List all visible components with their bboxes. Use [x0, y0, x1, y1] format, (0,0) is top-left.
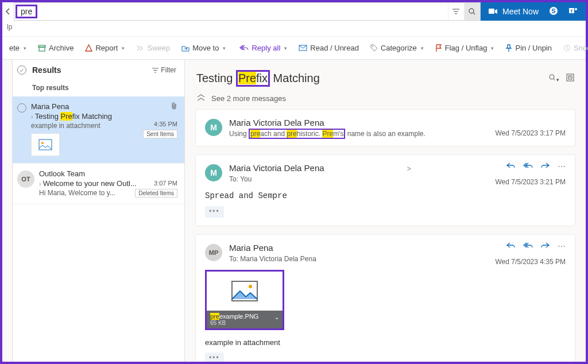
- card-sender: Maria Pena: [229, 243, 316, 253]
- attachment-name-rest: example.PNG: [219, 313, 258, 320]
- card-to-line: To: Maria Victoria Dela Pena: [229, 255, 316, 263]
- reading-title: Testing Prefix Matching: [196, 70, 548, 87]
- result-folder: Sent Items: [143, 130, 177, 138]
- top-results-label: Top results: [13, 79, 184, 96]
- sub-header-row: lp: [2, 21, 586, 37]
- report-button[interactable]: Report▾: [80, 44, 129, 52]
- flag-unflag-button[interactable]: Flag / Unflag▾: [431, 44, 499, 52]
- teams-icon[interactable]: T: [568, 6, 578, 17]
- search-query-highlight: pre: [16, 5, 37, 18]
- message-card: ⋯ MP Maria Pena To: Maria Victoria Dela …: [195, 234, 575, 362]
- action-toolbar: ete▾ Archive Report▾ Sweep Move to▾ Repl…: [2, 37, 586, 60]
- attachment-preview: [207, 272, 283, 311]
- search-input[interactable]: [37, 7, 448, 16]
- back-arrow-icon[interactable]: [2, 2, 14, 21]
- search-filter-icon[interactable]: [448, 3, 464, 20]
- see-more-label[interactable]: See 2 more messages: [211, 94, 286, 103]
- move-to-button[interactable]: Move to▾: [177, 44, 230, 52]
- avatar: M: [205, 164, 222, 181]
- read-unread-button[interactable]: Read / Unread: [294, 44, 363, 52]
- chevron-right-icon: ›: [31, 113, 33, 120]
- svg-text:T: T: [570, 8, 573, 13]
- reading-pane: Testing Prefix Matching ▾ + See 2 more m…: [185, 60, 586, 362]
- attachment-tile[interactable]: preexample.PNG 65 KB ⌄: [205, 270, 284, 330]
- chevron-right-icon: ›: [39, 180, 41, 187]
- paperclip-icon: [171, 104, 177, 111]
- categorize-button[interactable]: Categorize▾: [366, 44, 428, 52]
- attachment-name-hl: pre: [210, 313, 219, 320]
- more-actions-icon[interactable]: ⋯: [558, 162, 566, 171]
- nav-rail[interactable]: [2, 60, 13, 362]
- zoom-icon[interactable]: ▾: [548, 73, 559, 83]
- card-snippet: Using preach and prehistoric. Prem's nam…: [229, 130, 425, 138]
- reply-icon[interactable]: [506, 242, 515, 251]
- results-column: Results Filter Top results Maria Pena › …: [13, 60, 185, 362]
- expand-up-icon[interactable]: [196, 94, 206, 103]
- svg-point-13: [41, 142, 44, 144]
- reply-all-button[interactable]: Reply all▾: [235, 44, 292, 52]
- svg-point-19: [249, 285, 252, 288]
- result-time: 4:35 PM: [143, 121, 177, 127]
- attachment-dropdown-icon[interactable]: ⌄: [274, 314, 279, 320]
- expand-quoted-icon[interactable]: •••: [205, 353, 224, 362]
- reply-icon[interactable]: [506, 162, 515, 171]
- delete-button[interactable]: ete▾: [5, 44, 31, 52]
- card-date: Wed 7/5/2023 4:35 PM: [495, 258, 566, 266]
- archive-button[interactable]: Archive: [33, 44, 78, 52]
- card-body: Spread and Sempre: [205, 191, 566, 200]
- avatar: M: [205, 119, 222, 136]
- blue-command-bar: Meet Now S T: [481, 2, 586, 21]
- svg-point-5: [575, 8, 577, 10]
- sweep-button[interactable]: Sweep: [131, 44, 175, 52]
- svg-rect-12: [39, 140, 52, 150]
- expand-quoted-icon[interactable]: •••: [205, 206, 224, 218]
- search-submit-icon[interactable]: [464, 3, 480, 20]
- card-sender: Maria Victoria Dela Pena: [229, 118, 425, 127]
- attachment-thumbnail[interactable]: [31, 133, 60, 156]
- svg-point-0: [469, 9, 474, 13]
- card-date: Wed 7/5/2023 3:17 PM: [495, 129, 566, 137]
- svg-text:S: S: [551, 7, 555, 14]
- search-box-wrap[interactable]: pre: [14, 2, 481, 21]
- message-card[interactable]: M Maria Victoria Dela Pena Using preach …: [195, 109, 575, 146]
- forward-icon[interactable]: [541, 242, 550, 251]
- svg-point-14: [550, 75, 554, 79]
- meet-now-label: Meet Now: [502, 7, 539, 16]
- popout-icon[interactable]: +: [566, 73, 574, 83]
- meet-now-button[interactable]: Meet Now: [489, 7, 539, 16]
- avatar: OT: [17, 171, 34, 188]
- pin-unpin-button[interactable]: Pin / Unpin: [501, 44, 556, 52]
- forward-icon[interactable]: [541, 162, 550, 171]
- result-folder: Deleted Items: [135, 189, 177, 198]
- svg-rect-8: [39, 47, 45, 51]
- reply-all-icon[interactable]: [523, 242, 533, 251]
- skype-icon[interactable]: S: [549, 6, 558, 17]
- filter-button[interactable]: Filter: [152, 66, 176, 74]
- reply-all-icon[interactable]: [523, 162, 533, 171]
- more-actions-icon[interactable]: ⋯: [558, 242, 566, 251]
- message-card: ⋯ M Maria Victoria Dela Pena > To: You W…: [195, 154, 575, 226]
- result-item[interactable]: Maria Pena › Testing Prefix Matching exa…: [13, 96, 184, 164]
- snooze-button[interactable]: Snooze▾: [559, 44, 588, 52]
- avatar: MP: [205, 244, 222, 261]
- select-all-checkbox[interactable]: [17, 65, 26, 75]
- attachment-size: 65 KB: [210, 320, 258, 326]
- svg-text:+: +: [569, 75, 571, 79]
- result-time: 3:07 PM: [135, 180, 177, 187]
- card-date: Wed 7/5/2023 3:21 PM: [495, 178, 566, 186]
- results-heading: Results: [32, 65, 146, 75]
- card-body: example in attachment: [205, 338, 566, 347]
- result-item[interactable]: OT Outlook Team › Welcome to your new Ou…: [13, 164, 184, 204]
- svg-point-10: [372, 46, 373, 47]
- topbar: pre Meet Now S T: [2, 2, 586, 21]
- svg-rect-1: [489, 9, 494, 14]
- item-select-radio[interactable]: [17, 103, 26, 113]
